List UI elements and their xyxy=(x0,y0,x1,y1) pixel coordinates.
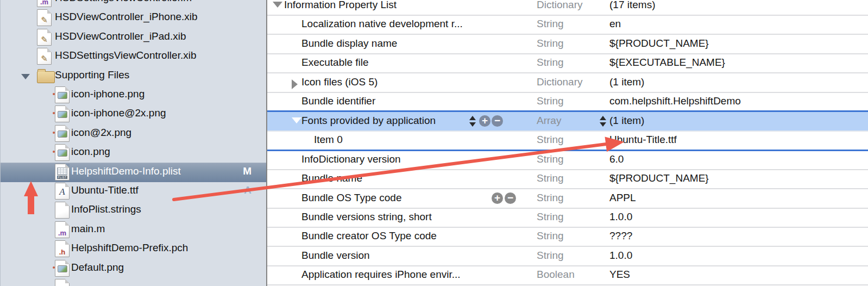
sidebar-item-hsdviewcontroller-iphone-xib[interactable]: ✎ HSDViewController_iPhone.xib xyxy=(1,8,267,28)
folder-icon xyxy=(37,71,55,83)
xib-file-icon: ✎ xyxy=(37,9,52,26)
sidebar-item-label: Ubuntu-Title.ttf xyxy=(71,184,139,196)
sidebar-item-main-m[interactable]: .m main.m xyxy=(1,220,267,240)
plist-value-label[interactable]: ${PRODUCT_NAME} xyxy=(609,38,709,49)
plist-key-label: Bundle creator OS Type code xyxy=(301,230,437,242)
plist-row-executable-file[interactable]: Executable file String ${EXECUTABLE_NAME… xyxy=(267,53,868,73)
sidebar-item-icon-iphone-png[interactable]: icon-iphone.png xyxy=(1,85,267,105)
plist-type-label[interactable]: String xyxy=(537,95,564,107)
header-file-icon: .h xyxy=(55,240,70,257)
plist-type-label[interactable]: String xyxy=(537,18,564,30)
plist-value-label[interactable]: ${PRODUCT_NAME} xyxy=(609,172,709,184)
plist-value-label[interactable]: APPL xyxy=(609,192,636,204)
plist-value-label[interactable]: ${EXECUTABLE_NAME} xyxy=(609,57,725,69)
sidebar-item-helpshiftdemo-prefix-pch[interactable]: .h HelpshiftDemo-Prefix.pch xyxy=(1,239,267,259)
plist-row-bundle-os-type-code[interactable]: Bundle OS Type code String APPL +− xyxy=(267,189,868,209)
plist-key-label: Icon files (iOS 5) xyxy=(301,76,378,88)
sidebar-item-icon-png[interactable]: icon.png xyxy=(1,143,267,163)
source-control-status-badge: M xyxy=(243,165,251,177)
remove-row-button[interactable]: − xyxy=(492,115,503,127)
plist-type-label[interactable]: String xyxy=(537,38,564,49)
plist-type-label[interactable]: String xyxy=(537,230,564,242)
plist-row-bundle-versions-string-short[interactable]: Bundle versions string, short String 1.0… xyxy=(267,208,868,228)
plist-value-label[interactable]: 1.0.0 xyxy=(609,211,632,223)
sidebar-item-blank[interactable] xyxy=(1,278,267,286)
sidebar-item-label: HSDViewController_iPhone.xib xyxy=(55,11,198,23)
plist-type-label[interactable]: String xyxy=(537,192,564,204)
plist-type-label[interactable]: String xyxy=(537,57,564,69)
sidebar-item-ubuntu-title-ttf[interactable]: A Ubuntu-Title.ttf A xyxy=(1,182,267,201)
plist-value-label[interactable]: YES xyxy=(609,269,630,281)
image-file-icon xyxy=(55,260,70,277)
disclosure-triangle-icon[interactable] xyxy=(292,79,298,89)
plist-row-infodictionary-version[interactable]: InfoDictionary version String 6.0 xyxy=(267,150,868,170)
type-stepper[interactable] xyxy=(599,116,607,127)
sidebar-item-label: main.m xyxy=(71,223,105,235)
sidebar-item-infoplist-strings[interactable]: InfoPlist.strings xyxy=(1,201,267,220)
plist-type-label[interactable]: String xyxy=(537,134,564,146)
plist-type-label[interactable]: Array xyxy=(537,115,561,127)
plist-type-label[interactable]: Dictionary xyxy=(537,0,582,11)
remove-row-button[interactable]: − xyxy=(505,192,516,204)
plist-value-label[interactable]: Ubuntu-Title.ttf xyxy=(609,134,677,146)
plist-row-item-0[interactable]: Item 0 String Ubuntu-Title.ttf xyxy=(267,130,868,151)
plist-key-label: Bundle identifier xyxy=(301,95,375,107)
sidebar-item-label: HSDViewController_iPad.xib xyxy=(55,30,186,42)
plist-key-label: Bundle version xyxy=(301,250,370,262)
image-file-icon xyxy=(55,144,70,161)
sidebar-item-icon-iphone-2x-png[interactable]: icon-iphone@2x.png xyxy=(1,104,267,124)
add-row-button[interactable]: + xyxy=(492,192,503,204)
sidebar-item-hsdsettingsviewcontroller-m[interactable]: .m HSDSettingsViewController.m xyxy=(1,0,267,9)
sidebar-item-label: HSDSettingsViewController.xib xyxy=(55,49,197,61)
plist-row-bundle-version[interactable]: Bundle version String 1.0.0 xyxy=(267,246,868,266)
plist-type-label[interactable]: String xyxy=(537,153,564,165)
plist-row-icon-files-ios-5[interactable]: Icon files (iOS 5) Dictionary (1 item) xyxy=(267,73,868,93)
disclosure-triangle-icon[interactable] xyxy=(21,74,30,79)
sidebar-item-hsdviewcontroller-ipad-xib[interactable]: ✎ HSDViewController_iPad.xib xyxy=(1,28,267,47)
plist-type-label[interactable]: String xyxy=(537,172,564,184)
sidebar-item-supporting-files[interactable]: Supporting Files xyxy=(1,66,267,86)
plist-value-label[interactable]: (1 item) xyxy=(609,115,644,127)
plist-type-label[interactable]: Dictionary xyxy=(537,76,582,88)
plist-row-bundle-creator-os-type-code[interactable]: Bundle creator OS Type code String ???? xyxy=(267,227,868,247)
plist-key-label: Bundle OS Type code xyxy=(301,192,402,204)
plist-row-bundle-name[interactable]: Bundle name String ${PRODUCT_NAME} xyxy=(267,169,868,189)
plist-row-bundle-display-name[interactable]: Bundle display name String ${PRODUCT_NAM… xyxy=(267,34,868,54)
plist-value-label[interactable]: 1.0.0 xyxy=(609,250,632,262)
plist-key-label: Item 0 xyxy=(314,134,343,146)
plist-row-fonts-provided-by-application[interactable]: Fonts provided by application Array (1 i… xyxy=(267,111,868,132)
plist-value-label[interactable]: ???? xyxy=(609,230,632,242)
sidebar-item-hsdsettingsviewcontroller-xib[interactable]: ✎ HSDSettingsViewController.xib xyxy=(1,47,267,66)
sidebar-item-label: InfoPlist.strings xyxy=(71,203,141,215)
sidebar-item-helpshiftdemo-info-plist[interactable]: PLIST HelpshiftDemo-Info.plist M xyxy=(1,163,267,182)
sidebar-item-label: HSDSettingsViewController.m xyxy=(55,0,192,4)
plist-key-label: Fonts provided by application xyxy=(301,115,436,127)
strings-file-icon xyxy=(55,202,70,219)
plist-value-label[interactable]: en xyxy=(609,18,621,30)
image-file-icon xyxy=(55,105,70,122)
plist-value-label[interactable]: 6.0 xyxy=(609,153,624,165)
plist-value-label[interactable]: (1 item) xyxy=(609,76,644,88)
plist-row-bundle-identifier[interactable]: Bundle identifier String com.helpshift.H… xyxy=(267,92,868,112)
plist-row-application-requires-iphone-envir[interactable]: Application requires iPhone envir... Boo… xyxy=(267,265,868,285)
sidebar-item-default-png[interactable]: Default.png xyxy=(1,259,267,278)
sidebar-item-label: icon.png xyxy=(71,146,110,158)
plist-value-label[interactable]: (17 items) xyxy=(609,0,655,11)
plist-row-information-property-list[interactable]: Information Property List Dictionary (17… xyxy=(267,0,868,16)
sidebar-item-label: icon-iphone@2x.png xyxy=(71,107,166,119)
sidebar-item-label: HelpshiftDemo-Prefix.pch xyxy=(71,242,188,254)
source-control-status-badge: A xyxy=(244,184,251,196)
disclosure-triangle-icon[interactable] xyxy=(292,117,301,123)
image-file-icon xyxy=(55,86,70,103)
plist-type-label[interactable]: String xyxy=(537,211,564,223)
plist-type-label[interactable]: String xyxy=(537,250,564,262)
plist-type-label[interactable]: Boolean xyxy=(537,269,575,281)
xcode-window: .m HSDSettingsViewController.m ✎ HSDView… xyxy=(0,0,868,286)
plist-value-label[interactable]: com.helpshift.HelpshiftDemo xyxy=(609,95,741,107)
sidebar-item-icon-2x-png[interactable]: icon@2x.png xyxy=(1,124,267,144)
plist-row-localization-native-development-r[interactable]: Localization native development r... Str… xyxy=(267,15,868,35)
reorder-stepper[interactable] xyxy=(469,116,476,127)
plist-key-label: Bundle name xyxy=(301,172,362,184)
disclosure-triangle-icon[interactable] xyxy=(273,2,282,8)
add-row-button[interactable]: + xyxy=(479,115,490,127)
